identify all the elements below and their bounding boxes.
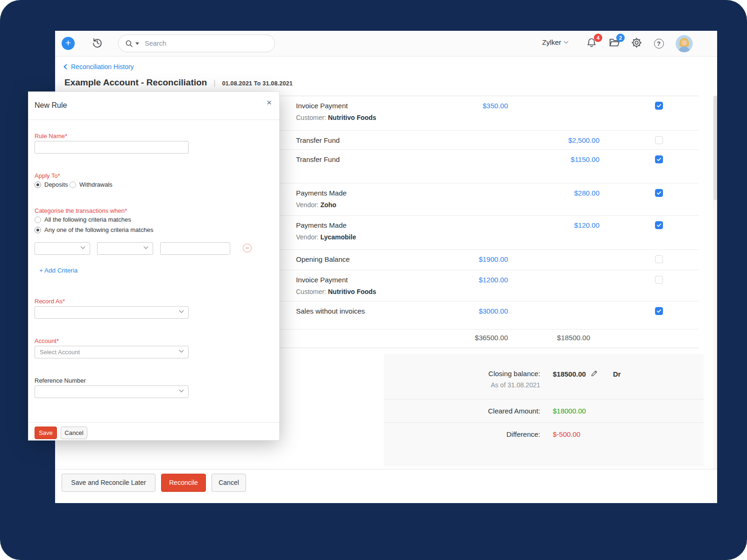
cleared-amount-row: Cleared Amount: $18000.00 — [384, 399, 704, 423]
totals-row: $36500.00 $18500.00 — [280, 329, 699, 348]
scrollbar-thumb[interactable] — [713, 96, 717, 200]
row-subtitle: Vendor: Zoho — [296, 201, 699, 209]
row-checkbox[interactable] — [655, 276, 663, 284]
closing-balance-row: Closing balance: As of 31.08.2021 $18500… — [384, 354, 704, 399]
save-button[interactable]: Save — [35, 427, 57, 439]
help-button[interactable]: ? — [652, 37, 665, 50]
footer-cancel-button[interactable]: Cancel — [211, 474, 246, 492]
chevron-down-icon — [81, 245, 85, 249]
any-criteria-label: Any one of the following criteria matche… — [44, 226, 153, 233]
row-checkbox[interactable] — [655, 189, 663, 197]
settings-button[interactable] — [630, 37, 643, 50]
account-label: Account* — [35, 337, 59, 344]
chevron-down-icon — [179, 348, 184, 353]
plus-icon: + — [65, 37, 71, 48]
row-checkbox[interactable] — [655, 136, 663, 144]
row-amount: $120.00 — [574, 221, 599, 229]
chevron-down-icon — [179, 388, 184, 392]
history-icon — [92, 37, 103, 50]
total-withdrawals: $18500.00 — [557, 334, 590, 342]
desktop-background: + Search Zylker — [0, 0, 747, 560]
title-bar: Example Account - Reconciliation | 01.08… — [64, 77, 293, 88]
search-icon — [125, 40, 133, 48]
documents-button[interactable]: 2 — [607, 37, 620, 50]
cancel-button[interactable]: Cancel — [61, 427, 87, 439]
transaction-rows: Invoice PaymentCustomer: Nutritivo Foods… — [280, 96, 699, 329]
radio-selected-icon — [35, 227, 41, 233]
record-as-select[interactable] — [35, 306, 189, 319]
cleared-amount-label: Cleared Amount: — [488, 407, 540, 415]
reconcile-button[interactable]: Reconcile — [161, 474, 206, 492]
chevron-down-icon — [564, 39, 569, 44]
org-name: Zylker — [542, 38, 561, 46]
transactions-table: Invoice PaymentCustomer: Nutritivo Foods… — [280, 96, 699, 348]
page-title: Example Account - Reconciliation — [64, 77, 207, 88]
search-input[interactable]: Search — [118, 35, 275, 52]
notifications-button[interactable]: 4 — [585, 37, 598, 50]
row-amount: $350.00 — [483, 102, 508, 110]
row-amount: $2,500.00 — [568, 136, 599, 144]
reference-number-label: Reference Number — [35, 377, 86, 384]
apply-to-withdrawals-radio[interactable]: Withdrawals — [70, 181, 113, 188]
modal-title: New Rule — [35, 101, 67, 110]
title-separator: | — [213, 79, 215, 87]
row-checkbox[interactable] — [655, 255, 663, 263]
chevron-left-icon — [63, 64, 69, 69]
row-amount: $1900.00 — [479, 255, 508, 263]
difference-label: Difference: — [507, 430, 540, 438]
row-checkbox[interactable] — [655, 155, 663, 163]
rule-name-label: Rule Name* — [35, 133, 67, 140]
total-deposits: $36500.00 — [475, 334, 508, 342]
row-amount: $3000.00 — [479, 307, 508, 315]
row-checkbox[interactable] — [655, 221, 663, 229]
closing-balance-value-group: $18500.00 Dr — [553, 370, 621, 378]
save-and-reconcile-later-button[interactable]: Save and Reconcile Later — [62, 474, 155, 492]
table-row: Invoice PaymentCustomer: Nutritivo Foods… — [280, 270, 699, 301]
deposits-option-label: Deposits — [44, 181, 68, 188]
table-row: Payments MadeVendor: Lycamobile$120.00 — [280, 216, 699, 250]
any-criteria-radio[interactable]: Any one of the following criteria matche… — [35, 226, 153, 233]
table-row: Transfer Fund$1150.00 — [280, 150, 699, 183]
row-title: Transfer Fund — [296, 155, 699, 163]
criteria-value-input[interactable] — [160, 242, 230, 255]
help-icon: ? — [654, 39, 664, 49]
row-subtitle: Customer: Nutritivo Foods — [296, 288, 699, 295]
table-row: Payments MadeVendor: Zoho$280.00 — [280, 183, 699, 216]
cleared-amount-value: $18000.00 — [553, 407, 586, 415]
criteria-field-select[interactable] — [35, 242, 90, 255]
remove-criteria-icon[interactable]: − — [243, 244, 252, 252]
all-criteria-radio[interactable]: All the following criteria matches — [35, 216, 131, 223]
table-row: Opening Balance$1900.00 — [280, 250, 699, 270]
top-bar: + Search Zylker — [55, 31, 717, 56]
breadcrumb[interactable]: Reconciliation History — [64, 63, 134, 70]
criteria-comparator-select[interactable] — [97, 242, 153, 255]
debit-indicator: Dr — [613, 370, 621, 378]
edit-pencil-icon[interactable] — [591, 370, 598, 378]
reference-number-select[interactable] — [35, 385, 189, 398]
categorise-label: Categorise the transactions when* — [35, 207, 127, 214]
row-checkbox[interactable] — [655, 102, 663, 110]
search-placeholder: Search — [145, 40, 166, 47]
apply-to-deposits-radio[interactable]: Deposits — [35, 181, 68, 188]
account-select[interactable]: Select Account — [35, 346, 189, 358]
recent-history-button[interactable] — [91, 37, 104, 50]
table-row: Transfer Fund$2,500.00 — [280, 131, 699, 150]
radio-unselected-icon — [35, 217, 41, 223]
row-subtitle: Customer: Nutritivo Foods — [296, 114, 699, 121]
radio-unselected-icon — [70, 182, 76, 188]
modal-footer: Save Cancel — [28, 422, 279, 441]
org-switcher[interactable]: Zylker — [542, 38, 568, 46]
closing-balance-label: Closing balance: As of 31.08.2021 — [488, 370, 540, 389]
user-avatar[interactable] — [676, 35, 693, 52]
table-row: Sales without invoices$3000.00 — [280, 301, 699, 329]
add-criteria-link[interactable]: + Add Criteria — [39, 267, 78, 274]
quick-create-button[interactable]: + — [62, 37, 75, 50]
close-icon[interactable]: × — [267, 98, 272, 107]
gear-icon — [631, 37, 642, 50]
rule-name-input[interactable] — [35, 141, 189, 154]
withdrawals-option-label: Withdrawals — [79, 181, 113, 188]
row-checkbox[interactable] — [655, 307, 663, 315]
date-range: 01.08.2021 To 31.08.2021 — [222, 80, 293, 87]
search-scope-caret-icon[interactable] — [135, 42, 139, 45]
documents-count-badge: 2 — [616, 34, 625, 42]
